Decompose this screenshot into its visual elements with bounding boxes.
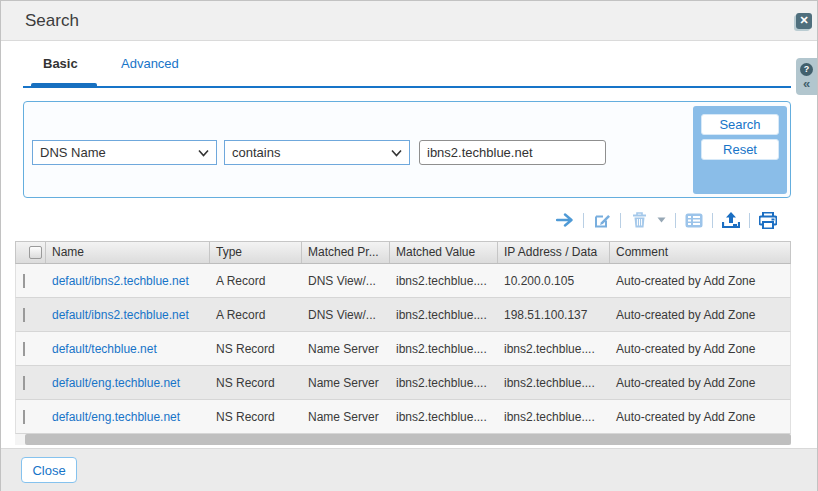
results-toolbar [1,206,818,234]
search-filter-box: DNS Name contains Search Reset [23,101,791,198]
edit-icon[interactable] [593,211,611,229]
horizontal-scrollbar-thumb[interactable] [25,434,791,445]
table-row[interactable]: default/eng.techblue.net NS Record Name … [15,366,791,400]
row-type: NS Record [210,342,302,356]
field-select-value: DNS Name [40,145,106,160]
row-matched-property: DNS View/... [302,274,390,288]
table-row[interactable]: default/eng.techblue.net NS Record Name … [15,400,791,434]
toolbar-separator [620,213,621,228]
row-ip-address: 198.51.100.137 [498,308,610,322]
row-name-link[interactable]: default/techblue.net [52,342,157,356]
row-name-link[interactable]: default/ibns2.techblue.net [52,274,189,288]
toolbar-separator [712,213,713,228]
select-all-header-cell [16,242,46,263]
row-matched-property: Name Server [302,410,390,424]
row-comment: Auto-created by Add Zone [610,342,790,356]
tab-underline [23,86,791,88]
row-ip-address: ibns2.techblue.... [498,376,610,390]
row-type: A Record [210,274,302,288]
delete-menu-caret-icon[interactable] [657,216,666,224]
dialog-close-icon[interactable]: ✕ [796,13,812,29]
row-checkbox[interactable] [23,376,25,390]
row-name-link[interactable]: default/ibns2.techblue.net [52,308,189,322]
row-matched-property: DNS View/... [302,308,390,322]
tab-advanced[interactable]: Advanced [121,56,179,71]
results-table: Name Type Matched Pr... Matched Value IP… [15,241,791,434]
row-matched-property: Name Server [302,376,390,390]
chevron-down-icon [391,149,402,157]
search-button[interactable]: Search [701,114,779,135]
search-value-input[interactable] [419,140,606,165]
row-name-link[interactable]: default/eng.techblue.net [52,410,180,424]
column-header-matched-value[interactable]: Matched Value [390,242,498,263]
print-icon[interactable] [759,211,777,229]
row-matched-property: Name Server [302,342,390,356]
column-header-ip-address[interactable]: IP Address / Data [498,242,610,263]
chevron-down-icon [198,149,209,157]
row-ip-address: 10.200.0.105 [498,274,610,288]
tab-basic[interactable]: Basic [43,56,78,71]
row-comment: Auto-created by Add Zone [610,308,790,322]
field-select[interactable]: DNS Name [32,140,217,165]
row-checkbox[interactable] [23,308,25,322]
dialog-footer: Close [1,448,817,491]
row-type: A Record [210,308,302,322]
row-matched-value: ibns2.techblue.... [390,274,498,288]
dialog-title: Search [25,1,79,41]
row-checkbox[interactable] [23,342,25,356]
tab-bar: Basic Advanced [1,42,817,91]
export-icon[interactable] [722,211,740,229]
row-matched-value: ibns2.techblue.... [390,410,498,424]
dialog-titlebar: Search ✕ [1,1,817,41]
close-button[interactable]: Close [21,457,77,483]
row-matched-value: ibns2.techblue.... [390,308,498,322]
go-to-arrow-icon[interactable] [556,211,574,229]
row-name-link[interactable]: default/eng.techblue.net [52,376,180,390]
row-comment: Auto-created by Add Zone [610,376,790,390]
row-type: NS Record [210,410,302,424]
operator-select[interactable]: contains [224,140,410,165]
table-row[interactable]: default/ibns2.techblue.net A Record DNS … [15,264,791,298]
row-matched-value: ibns2.techblue.... [390,376,498,390]
delete-icon[interactable] [630,211,648,229]
select-all-checkbox[interactable] [29,246,42,259]
toolbar-separator [675,213,676,228]
help-icon[interactable]: ? [800,63,813,76]
column-header-matched-property[interactable]: Matched Pr... [302,242,390,263]
column-header-name[interactable]: Name [46,242,210,263]
operator-select-value: contains [232,145,280,160]
toolbar-separator [583,213,584,228]
table-row[interactable]: default/ibns2.techblue.net A Record DNS … [15,298,791,332]
table-view-icon[interactable] [685,211,703,229]
row-matched-value: ibns2.techblue.... [390,342,498,356]
search-dialog: Search ✕ Basic Advanced ? « DNS Name con… [0,0,818,491]
column-header-type[interactable]: Type [210,242,302,263]
tab-active-indicator [31,83,97,88]
row-checkbox[interactable] [23,410,25,424]
search-button-panel: Search Reset [693,106,787,194]
table-header-row: Name Type Matched Pr... Matched Value IP… [15,241,791,264]
collapse-panel-icon[interactable]: « [803,77,810,90]
row-comment: Auto-created by Add Zone [610,410,790,424]
row-checkbox[interactable] [23,274,25,288]
row-type: NS Record [210,376,302,390]
reset-button[interactable]: Reset [701,139,779,160]
table-body: default/ibns2.techblue.net A Record DNS … [15,264,791,434]
row-ip-address: ibns2.techblue.... [498,342,610,356]
row-comment: Auto-created by Add Zone [610,274,790,288]
table-row[interactable]: default/techblue.net NS Record Name Serv… [15,332,791,366]
column-header-comment[interactable]: Comment [610,242,790,263]
row-ip-address: ibns2.techblue.... [498,410,610,424]
side-help-panel[interactable]: ? « [796,58,817,95]
horizontal-scrollbar-track [15,434,791,445]
toolbar-separator [749,213,750,228]
